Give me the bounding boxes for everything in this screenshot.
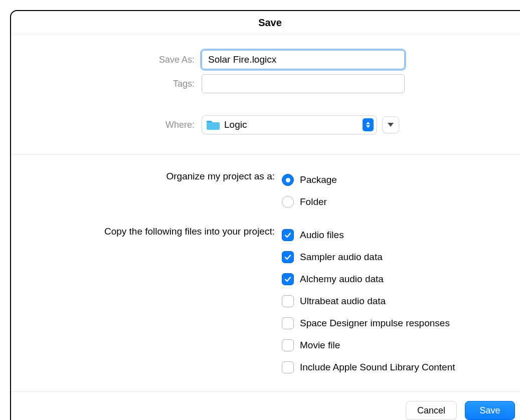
copy-option-label: Movie file [300, 340, 340, 351]
save-as-input[interactable] [202, 50, 405, 69]
copy-option[interactable]: Include Apple Sound Library Content [282, 356, 509, 378]
tags-input[interactable] [202, 74, 405, 93]
copy-option[interactable]: Ultrabeat audio data [282, 290, 509, 312]
copy-option[interactable]: Alchemy audio data [282, 268, 509, 290]
copy-option-label: Include Apple Sound Library Content [300, 362, 455, 373]
checkbox-icon [282, 361, 294, 373]
organize-option[interactable]: Package [282, 169, 509, 191]
options-section: Organize my project as a: PackageFolder … [11, 155, 520, 391]
where-value: Logic [224, 119, 363, 130]
radio-icon [282, 174, 294, 186]
checkbox-icon [282, 251, 294, 263]
checkbox-icon [282, 339, 294, 351]
checkbox-icon [282, 317, 294, 329]
where-label: Where: [31, 120, 202, 130]
organize-option[interactable]: Folder [282, 191, 509, 213]
copy-option[interactable]: Space Designer impulse responses [282, 312, 509, 334]
copy-option-label: Space Designer impulse responses [300, 318, 450, 329]
checkbox-icon [282, 229, 294, 241]
copy-label: Copy the following files into your proje… [31, 224, 282, 239]
copy-option[interactable]: Movie file [282, 334, 509, 356]
updown-stepper-icon [363, 118, 374, 131]
checkbox-icon [282, 273, 294, 285]
radio-icon [282, 196, 294, 208]
cancel-button[interactable]: Cancel [406, 401, 457, 420]
checkbox-icon [282, 295, 294, 307]
file-fields-section: Save As: Tags: Where: [11, 35, 520, 154]
dialog-footer: Cancel Save [11, 391, 520, 420]
copy-option-label: Alchemy audio data [300, 274, 384, 285]
save-as-label: Save As: [31, 55, 202, 65]
organize-option-label: Folder [300, 196, 327, 207]
copy-option[interactable]: Audio files [282, 224, 509, 246]
expand-button[interactable] [382, 116, 399, 133]
organize-label: Organize my project as a: [31, 169, 282, 184]
folder-icon [206, 119, 220, 130]
copy-option-label: Ultrabeat audio data [300, 296, 386, 307]
dialog-title: Save [11, 11, 520, 35]
chevron-down-icon [388, 123, 394, 127]
where-select[interactable]: Logic [202, 115, 377, 134]
tags-label: Tags: [31, 79, 202, 89]
save-button[interactable]: Save [465, 401, 515, 420]
organize-option-label: Package [300, 174, 337, 185]
copy-option[interactable]: Sampler audio data [282, 246, 509, 268]
save-dialog: Save Save As: Tags: Where: [10, 10, 520, 420]
copy-option-label: Audio files [300, 230, 344, 241]
copy-option-label: Sampler audio data [300, 252, 383, 263]
